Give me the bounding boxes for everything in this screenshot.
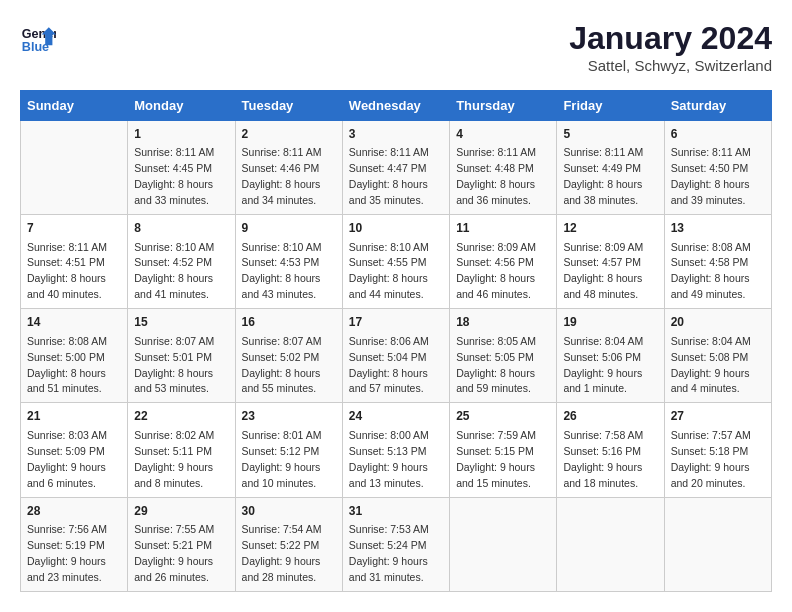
day-detail: Sunrise: 8:03 AM Sunset: 5:09 PM Dayligh… [27,429,107,489]
day-number: 21 [27,408,121,425]
calendar-week-row: 21Sunrise: 8:03 AM Sunset: 5:09 PM Dayli… [21,403,772,497]
calendar-week-row: 14Sunrise: 8:08 AM Sunset: 5:00 PM Dayli… [21,309,772,403]
day-number: 19 [563,314,657,331]
calendar-cell: 2Sunrise: 8:11 AM Sunset: 4:46 PM Daylig… [235,121,342,215]
day-detail: Sunrise: 8:02 AM Sunset: 5:11 PM Dayligh… [134,429,214,489]
location: Sattel, Schwyz, Switzerland [569,57,772,74]
calendar-cell: 5Sunrise: 8:11 AM Sunset: 4:49 PM Daylig… [557,121,664,215]
calendar-cell: 22Sunrise: 8:02 AM Sunset: 5:11 PM Dayli… [128,403,235,497]
day-number: 30 [242,503,336,520]
page-header: General Blue January 2024 Sattel, Schwyz… [20,20,772,74]
title-block: January 2024 Sattel, Schwyz, Switzerland [569,20,772,74]
day-number: 23 [242,408,336,425]
day-detail: Sunrise: 8:08 AM Sunset: 4:58 PM Dayligh… [671,241,751,301]
calendar-cell: 6Sunrise: 8:11 AM Sunset: 4:50 PM Daylig… [664,121,771,215]
day-number: 2 [242,126,336,143]
calendar-cell: 19Sunrise: 8:04 AM Sunset: 5:06 PM Dayli… [557,309,664,403]
day-detail: Sunrise: 8:10 AM Sunset: 4:55 PM Dayligh… [349,241,429,301]
weekday-header-cell: Monday [128,91,235,121]
weekday-header-cell: Thursday [450,91,557,121]
day-detail: Sunrise: 8:07 AM Sunset: 5:01 PM Dayligh… [134,335,214,395]
day-detail: Sunrise: 8:04 AM Sunset: 5:06 PM Dayligh… [563,335,643,395]
calendar-cell: 3Sunrise: 8:11 AM Sunset: 4:47 PM Daylig… [342,121,449,215]
day-detail: Sunrise: 8:11 AM Sunset: 4:47 PM Dayligh… [349,146,429,206]
calendar-cell: 16Sunrise: 8:07 AM Sunset: 5:02 PM Dayli… [235,309,342,403]
calendar-cell: 12Sunrise: 8:09 AM Sunset: 4:57 PM Dayli… [557,215,664,309]
day-detail: Sunrise: 7:58 AM Sunset: 5:16 PM Dayligh… [563,429,643,489]
day-number: 20 [671,314,765,331]
day-number: 16 [242,314,336,331]
weekday-header-cell: Friday [557,91,664,121]
calendar-cell: 26Sunrise: 7:58 AM Sunset: 5:16 PM Dayli… [557,403,664,497]
calendar-cell [557,497,664,591]
day-number: 24 [349,408,443,425]
day-detail: Sunrise: 8:07 AM Sunset: 5:02 PM Dayligh… [242,335,322,395]
day-number: 7 [27,220,121,237]
calendar-cell: 1Sunrise: 8:11 AM Sunset: 4:45 PM Daylig… [128,121,235,215]
calendar-cell: 9Sunrise: 8:10 AM Sunset: 4:53 PM Daylig… [235,215,342,309]
day-number: 28 [27,503,121,520]
day-number: 12 [563,220,657,237]
day-detail: Sunrise: 8:11 AM Sunset: 4:50 PM Dayligh… [671,146,751,206]
day-number: 13 [671,220,765,237]
day-detail: Sunrise: 8:00 AM Sunset: 5:13 PM Dayligh… [349,429,429,489]
calendar-table: SundayMondayTuesdayWednesdayThursdayFrid… [20,90,772,592]
logo-icon: General Blue [20,20,56,56]
weekday-header-cell: Wednesday [342,91,449,121]
day-detail: Sunrise: 7:54 AM Sunset: 5:22 PM Dayligh… [242,523,322,583]
weekday-header-cell: Sunday [21,91,128,121]
calendar-cell: 31Sunrise: 7:53 AM Sunset: 5:24 PM Dayli… [342,497,449,591]
day-detail: Sunrise: 8:10 AM Sunset: 4:53 PM Dayligh… [242,241,322,301]
calendar-cell: 25Sunrise: 7:59 AM Sunset: 5:15 PM Dayli… [450,403,557,497]
calendar-week-row: 1Sunrise: 8:11 AM Sunset: 4:45 PM Daylig… [21,121,772,215]
day-number: 11 [456,220,550,237]
calendar-cell: 14Sunrise: 8:08 AM Sunset: 5:00 PM Dayli… [21,309,128,403]
calendar-week-row: 7Sunrise: 8:11 AM Sunset: 4:51 PM Daylig… [21,215,772,309]
calendar-cell: 7Sunrise: 8:11 AM Sunset: 4:51 PM Daylig… [21,215,128,309]
day-detail: Sunrise: 7:57 AM Sunset: 5:18 PM Dayligh… [671,429,751,489]
day-number: 26 [563,408,657,425]
day-detail: Sunrise: 8:11 AM Sunset: 4:45 PM Dayligh… [134,146,214,206]
day-number: 10 [349,220,443,237]
calendar-cell: 20Sunrise: 8:04 AM Sunset: 5:08 PM Dayli… [664,309,771,403]
day-number: 25 [456,408,550,425]
calendar-cell: 11Sunrise: 8:09 AM Sunset: 4:56 PM Dayli… [450,215,557,309]
calendar-cell: 4Sunrise: 8:11 AM Sunset: 4:48 PM Daylig… [450,121,557,215]
day-detail: Sunrise: 8:08 AM Sunset: 5:00 PM Dayligh… [27,335,107,395]
day-number: 5 [563,126,657,143]
day-detail: Sunrise: 7:55 AM Sunset: 5:21 PM Dayligh… [134,523,214,583]
day-detail: Sunrise: 8:11 AM Sunset: 4:48 PM Dayligh… [456,146,536,206]
day-number: 9 [242,220,336,237]
day-detail: Sunrise: 8:09 AM Sunset: 4:57 PM Dayligh… [563,241,643,301]
calendar-cell [450,497,557,591]
calendar-body: 1Sunrise: 8:11 AM Sunset: 4:45 PM Daylig… [21,121,772,592]
day-detail: Sunrise: 8:11 AM Sunset: 4:51 PM Dayligh… [27,241,107,301]
calendar-cell: 27Sunrise: 7:57 AM Sunset: 5:18 PM Dayli… [664,403,771,497]
weekday-header-row: SundayMondayTuesdayWednesdayThursdayFrid… [21,91,772,121]
day-number: 27 [671,408,765,425]
logo: General Blue [20,20,56,56]
calendar-cell: 29Sunrise: 7:55 AM Sunset: 5:21 PM Dayli… [128,497,235,591]
day-number: 8 [134,220,228,237]
day-number: 22 [134,408,228,425]
calendar-cell: 17Sunrise: 8:06 AM Sunset: 5:04 PM Dayli… [342,309,449,403]
day-number: 31 [349,503,443,520]
calendar-cell [664,497,771,591]
day-detail: Sunrise: 8:11 AM Sunset: 4:46 PM Dayligh… [242,146,322,206]
day-number: 18 [456,314,550,331]
day-number: 29 [134,503,228,520]
calendar-cell: 21Sunrise: 8:03 AM Sunset: 5:09 PM Dayli… [21,403,128,497]
calendar-cell: 15Sunrise: 8:07 AM Sunset: 5:01 PM Dayli… [128,309,235,403]
calendar-cell: 30Sunrise: 7:54 AM Sunset: 5:22 PM Dayli… [235,497,342,591]
day-detail: Sunrise: 7:53 AM Sunset: 5:24 PM Dayligh… [349,523,429,583]
day-number: 3 [349,126,443,143]
calendar-cell: 24Sunrise: 8:00 AM Sunset: 5:13 PM Dayli… [342,403,449,497]
day-number: 6 [671,126,765,143]
day-number: 4 [456,126,550,143]
day-number: 17 [349,314,443,331]
calendar-cell: 23Sunrise: 8:01 AM Sunset: 5:12 PM Dayli… [235,403,342,497]
month-title: January 2024 [569,20,772,57]
weekday-header-cell: Tuesday [235,91,342,121]
calendar-cell [21,121,128,215]
calendar-cell: 10Sunrise: 8:10 AM Sunset: 4:55 PM Dayli… [342,215,449,309]
